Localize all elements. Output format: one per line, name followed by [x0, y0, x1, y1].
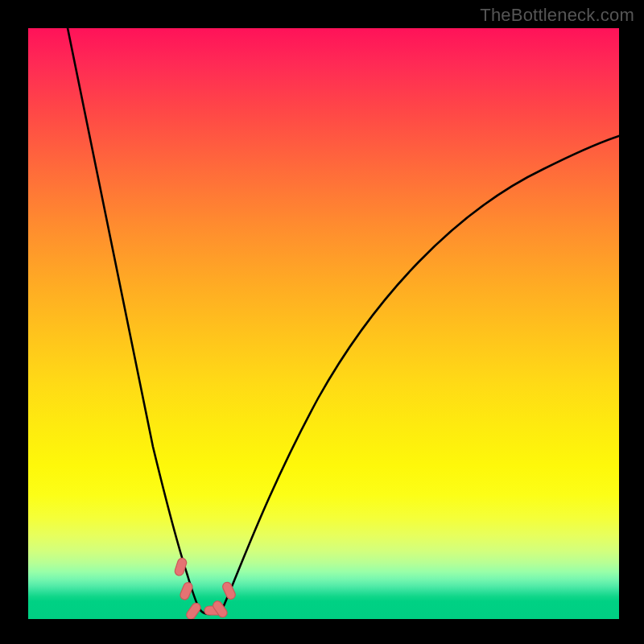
root-frame: TheBottleneck.com	[0, 0, 644, 644]
bottleneck-curve	[28, 28, 619, 619]
marker	[221, 580, 237, 601]
watermark-text: TheBottleneck.com	[480, 5, 634, 26]
marker	[179, 581, 193, 601]
marker	[174, 557, 188, 576]
plot-area	[28, 28, 619, 619]
marker	[185, 601, 203, 619]
curve-left-branch	[66, 28, 200, 609]
curve-right-branch	[222, 134, 619, 609]
curve-markers	[174, 557, 237, 619]
